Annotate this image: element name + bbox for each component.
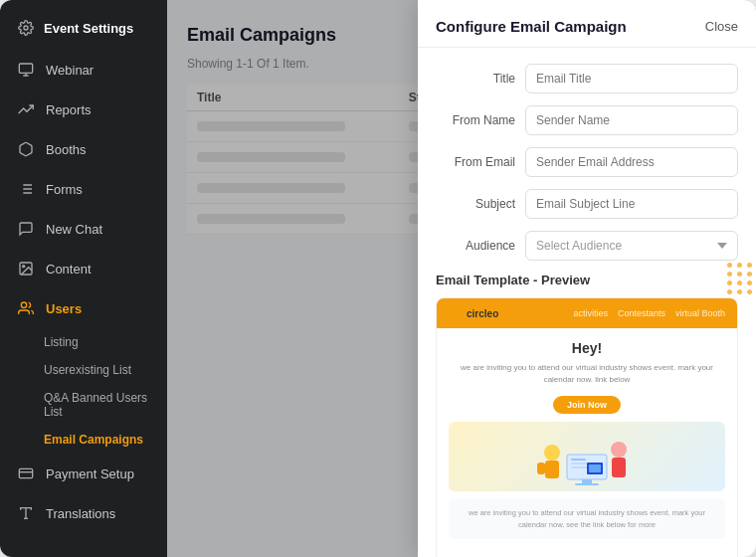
sidebar-item-payment-setup[interactable]: Payment Setup <box>0 454 167 493</box>
dot <box>747 263 752 268</box>
svg-rect-24 <box>571 459 586 461</box>
nav-item-activities: activities <box>573 308 608 318</box>
svg-rect-1 <box>19 64 32 73</box>
preview-hey-text: Hey! <box>449 340 725 356</box>
select-audience[interactable]: Select Audience <box>525 231 738 261</box>
dot <box>727 263 732 268</box>
svg-rect-20 <box>537 463 545 474</box>
sub-item-label: Userexisting List <box>44 363 131 377</box>
svg-point-18 <box>544 445 560 461</box>
dot <box>747 272 752 277</box>
sidebar-item-webinar[interactable]: Webinar <box>0 50 167 90</box>
input-subject[interactable] <box>525 189 738 219</box>
sidebar-item-label: Content <box>46 262 92 277</box>
sidebar-item-new-chat[interactable]: New Chat <box>0 209 167 249</box>
modal-body: Title From Name From Email Subject <box>418 48 756 557</box>
sidebar-item-label: Users <box>46 301 82 316</box>
app-container: Event Settings Webinar Reports Booths <box>0 0 756 557</box>
form-row-from-email: From Email <box>436 147 738 177</box>
monitor-icon <box>16 60 36 80</box>
label-subject: Subject <box>436 197 515 211</box>
sidebar-item-content[interactable]: Content <box>0 249 167 288</box>
sub-item-label: Q&A Banned Users List <box>44 391 147 419</box>
input-title[interactable] <box>525 64 738 93</box>
preview-text-block: we are inviting you to attend our virtua… <box>449 499 725 539</box>
sidebar-header: Event Settings <box>0 0 167 50</box>
svg-rect-11 <box>19 468 32 477</box>
modal-header: Configure Email Campaign Close <box>418 0 756 48</box>
preview-sub-text: we are inviting you to attend our virtua… <box>449 362 725 386</box>
preview-header: circleo activities Contestants virtual B… <box>437 298 737 328</box>
nav-item-booth: virtual Booth <box>675 308 725 318</box>
trending-icon <box>16 99 36 119</box>
preview-nav: activities Contestants virtual Booth <box>573 308 725 318</box>
dot <box>727 289 732 294</box>
dot <box>727 272 732 277</box>
sidebar-item-label: Payment Setup <box>46 466 134 481</box>
preview-illustration-svg <box>527 425 647 489</box>
label-from-name: From Name <box>436 113 515 127</box>
dot <box>737 272 742 277</box>
template-section-label: Email Template - Preview <box>436 273 738 287</box>
form-row-from-name: From Name <box>436 105 738 135</box>
sidebar-sub-listing[interactable]: Listing <box>0 328 167 356</box>
dot <box>737 263 742 268</box>
close-button[interactable]: Close <box>705 19 738 34</box>
sidebar-item-label: Webinar <box>46 63 94 78</box>
svg-point-22 <box>611 442 627 458</box>
sidebar-item-reports[interactable]: Reports <box>0 90 167 129</box>
sub-item-label: Email Campaigns <box>44 433 143 447</box>
svg-point-10 <box>21 302 26 307</box>
preview-illustration <box>449 422 725 491</box>
modal-title: Configure Email Campaign <box>436 18 627 35</box>
preview-logo: circleo <box>449 306 498 320</box>
modal-overlay: Configure Email Campaign Close Title Fro… <box>167 0 756 557</box>
label-audience: Audience <box>436 239 515 253</box>
dot <box>727 280 732 285</box>
email-preview: circleo activities Contestants virtual B… <box>436 297 738 557</box>
sidebar-item-booths[interactable]: Booths <box>0 129 167 169</box>
sidebar-sub-email-campaigns[interactable]: Email Campaigns <box>0 426 167 454</box>
sidebar-item-label: New Chat <box>46 222 102 237</box>
input-from-email[interactable] <box>525 147 738 177</box>
dots-decoration <box>724 253 756 304</box>
sub-item-label: Listing <box>44 335 79 349</box>
image-icon <box>16 259 36 278</box>
sidebar-item-label: Translations <box>46 506 115 521</box>
form-row-subject: Subject <box>436 189 738 219</box>
sidebar: Event Settings Webinar Reports Booths <box>0 0 167 557</box>
sidebar-item-translations[interactable]: Translations <box>0 493 167 533</box>
preview-text-content: we are inviting you to attend our virtua… <box>457 507 717 531</box>
label-from-email: From Email <box>436 155 515 169</box>
logo-text: circleo <box>467 308 498 319</box>
svg-point-9 <box>23 266 25 268</box>
box-icon <box>16 139 36 159</box>
svg-rect-17 <box>575 483 599 485</box>
configure-modal: Configure Email Campaign Close Title Fro… <box>418 0 756 557</box>
logo-circle <box>449 306 463 320</box>
sidebar-item-forms[interactable]: Forms <box>0 169 167 209</box>
svg-rect-21 <box>551 463 559 474</box>
label-title: Title <box>436 72 515 86</box>
dot <box>737 289 742 294</box>
form-row-audience: Audience Select Audience <box>436 231 738 261</box>
type-icon <box>16 503 36 523</box>
chat-icon <box>16 219 36 239</box>
sidebar-item-users[interactable]: Users <box>0 288 167 328</box>
form-row-title: Title <box>436 64 738 93</box>
sidebar-item-label: Reports <box>46 102 92 117</box>
svg-rect-23 <box>612 458 626 477</box>
sidebar-sub-user-existing[interactable]: Userexisting List <box>0 356 167 384</box>
preview-body: Hey! we are inviting you to attend our v… <box>437 328 737 557</box>
dollar-icon <box>16 464 36 483</box>
sidebar-item-label: Booths <box>46 142 86 157</box>
list-icon <box>16 179 36 199</box>
svg-point-0 <box>24 26 28 30</box>
sidebar-sub-qa-banned[interactable]: Q&A Banned Users List <box>0 384 167 426</box>
dot <box>747 289 752 294</box>
dot <box>737 280 742 285</box>
input-from-name[interactable] <box>525 105 738 135</box>
dot <box>747 280 752 285</box>
sidebar-header-label: Event Settings <box>44 21 133 36</box>
gear-icon <box>16 18 36 38</box>
